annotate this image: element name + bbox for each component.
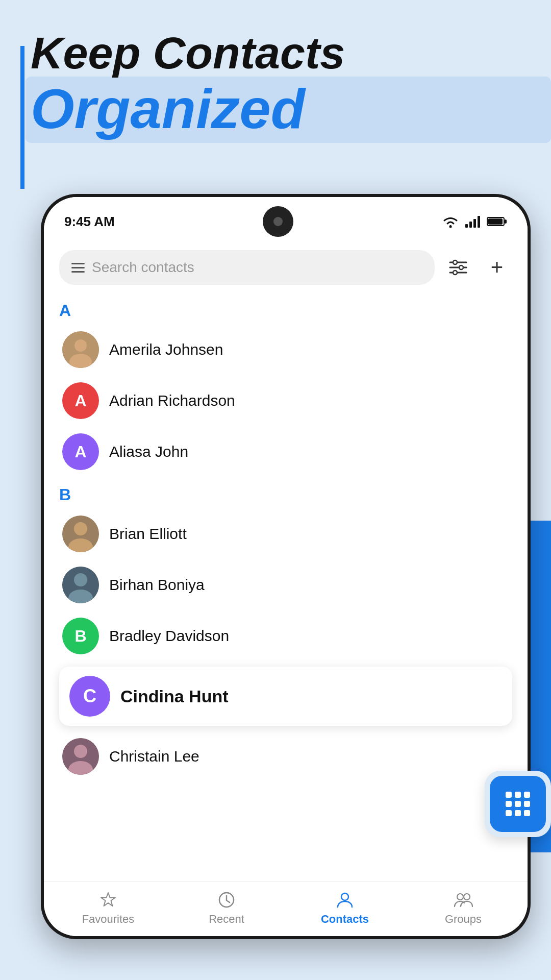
contact-highlight-cindina[interactable]: C Cindina Hunt	[59, 667, 512, 726]
person-icon	[335, 890, 355, 910]
svg-point-11	[453, 260, 457, 264]
status-bar: 9:45 AM	[44, 197, 528, 242]
section-header-b: B	[54, 477, 517, 508]
contact-name-brian: Brian Elliott	[109, 525, 187, 543]
nav-label-contacts: Contacts	[321, 913, 369, 926]
contact-name-bradley: Bradley Davidson	[109, 627, 229, 645]
dot-3	[524, 792, 530, 798]
dot-5	[515, 801, 521, 807]
section-header-a: A	[54, 293, 517, 324]
dot-9	[524, 810, 530, 816]
svg-point-24	[74, 745, 87, 758]
svg-rect-6	[505, 219, 507, 224]
svg-point-18	[74, 522, 87, 535]
status-icons	[442, 215, 507, 228]
phone-content: 9:45 AM	[44, 197, 528, 936]
svg-point-21	[74, 573, 87, 586]
filter-button[interactable]	[443, 252, 473, 283]
avatar-amerila	[62, 331, 99, 368]
svg-rect-4	[478, 216, 480, 228]
search-bar-row: Search contacts +	[44, 242, 528, 293]
nav-item-recent[interactable]: Recent	[167, 890, 286, 926]
dot-6	[524, 801, 530, 807]
fab-inner	[490, 776, 546, 832]
contact-item-birhan[interactable]: Birhan Boniya	[54, 559, 517, 610]
contact-item-adrian[interactable]: A Adrian Richardson	[54, 375, 517, 426]
wifi-icon	[442, 215, 459, 228]
header-section: Keep Contacts Organized	[31, 31, 520, 137]
search-input-wrap[interactable]: Search contacts	[59, 250, 435, 285]
nav-item-groups[interactable]: Groups	[404, 890, 522, 926]
avatar-christain	[62, 738, 99, 775]
group-icon	[454, 890, 473, 910]
svg-point-27	[341, 893, 348, 900]
nav-label-recent: Recent	[209, 913, 244, 926]
svg-rect-3	[473, 219, 476, 228]
avatar-adrian: A	[62, 382, 99, 419]
contact-item-aliasa[interactable]: A Aliasa John	[54, 426, 517, 477]
avatar-aliasa: A	[62, 433, 99, 470]
svg-rect-1	[465, 224, 468, 228]
avatar-bradley: B	[62, 618, 99, 654]
dot-7	[506, 810, 512, 816]
header-accent-bar	[20, 46, 24, 189]
search-input[interactable]: Search contacts	[92, 259, 194, 276]
contact-item-christain[interactable]: Christain Lee	[54, 731, 517, 782]
bottom-nav: Favourites Recent Contacts	[44, 881, 528, 936]
contact-name-christain: Christain Lee	[109, 748, 199, 765]
nav-label-groups: Groups	[445, 913, 482, 926]
avatar-cindina: C	[69, 676, 110, 717]
dot-2	[515, 792, 521, 798]
add-contact-button[interactable]: +	[482, 252, 512, 283]
contact-name-cindina: Cindina Hunt	[120, 687, 229, 706]
nav-item-favourites[interactable]: Favourites	[49, 890, 167, 926]
svg-point-12	[459, 265, 463, 270]
phone-frame: 9:45 AM	[41, 194, 531, 939]
phone-inner: 9:45 AM	[44, 197, 528, 936]
svg-point-28	[457, 894, 463, 900]
contact-name-aliasa: Aliasa John	[109, 443, 188, 460]
svg-point-15	[74, 339, 87, 352]
svg-point-0	[449, 226, 452, 228]
contact-name-amerila: Amerila Johnsen	[109, 341, 223, 358]
fab-dialpad-button[interactable]	[485, 771, 551, 837]
header-line1: Keep Contacts	[31, 31, 520, 76]
header-line2: Organized	[31, 81, 520, 137]
dialpad-dots	[506, 792, 530, 816]
avatar-brian	[62, 516, 99, 552]
status-time: 9:45 AM	[64, 214, 115, 230]
contact-item-bradley[interactable]: B Bradley Davidson	[54, 610, 517, 662]
star-icon	[98, 890, 118, 910]
signal-icon	[464, 215, 482, 228]
battery-icon	[487, 216, 507, 227]
contact-name-adrian: Adrian Richardson	[109, 392, 235, 409]
menu-icon	[71, 263, 85, 273]
contact-item-brian[interactable]: Brian Elliott	[54, 508, 517, 559]
dot-4	[506, 801, 512, 807]
dot-8	[515, 810, 521, 816]
nav-label-favourites: Favourites	[82, 913, 135, 926]
contacts-list[interactable]: A Amerila Johnsen A	[44, 293, 528, 881]
clock-icon	[217, 890, 236, 910]
svg-rect-7	[488, 218, 503, 225]
camera-icon	[263, 206, 293, 237]
svg-rect-2	[469, 222, 472, 228]
dot-1	[506, 792, 512, 798]
svg-point-13	[453, 271, 457, 275]
nav-item-contacts[interactable]: Contacts	[286, 890, 404, 926]
svg-point-29	[464, 894, 470, 900]
avatar-birhan	[62, 567, 99, 603]
contact-name-birhan: Birhan Boniya	[109, 576, 205, 594]
contact-item-amerila[interactable]: Amerila Johnsen	[54, 324, 517, 375]
